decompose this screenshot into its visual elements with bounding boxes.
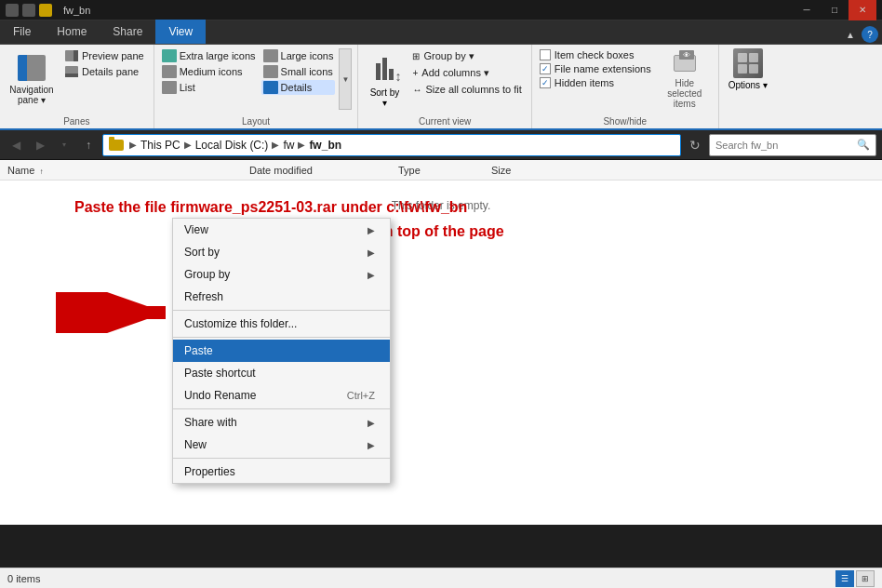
recent-locations-button[interactable]: ▾ [54,135,74,155]
refresh-button[interactable]: ↻ [685,135,705,155]
group-by-button[interactable]: ⊞ Group by ▾ [408,48,525,64]
view-options-col: ⊞ Group by ▾ + Add columns ▾ ↔ Size all … [408,48,525,97]
sort-icon-area: ↕ [368,52,401,86]
view-toggle: ☰ ⊞ [835,570,875,587]
ctx-sort-by[interactable]: Sort by ▶ [173,241,390,263]
ctx-refresh[interactable]: Refresh [173,286,390,308]
file-ext-label: File name extensions [555,63,651,74]
medium-icons-button[interactable]: Medium icons [160,64,258,79]
details-view-btn[interactable]: ☰ [835,570,854,587]
panes-col: Preview pane Details pane [61,48,148,79]
nav-pane-label: Navigationpane ▾ [9,85,53,105]
ribbon-section-show-hide: Item check boxes File name extensions Hi… [532,45,719,128]
ctx-paste[interactable]: Paste [173,340,390,362]
file-ext-toggle[interactable]: File name extensions [538,62,653,75]
title-bar-controls: ─ □ ✕ [793,0,876,20]
arrow-container [56,292,177,333]
large-icons-button[interactable]: Large icons [261,48,336,63]
path-local-disk[interactable]: Local Disk (C:) [195,139,269,152]
list-button[interactable]: List [160,80,258,95]
status-bar: 0 items ☰ ⊞ [0,568,882,588]
navigation-pane-button[interactable]: Navigationpane ▾ [6,48,58,110]
ribbon-section-panes: Navigationpane ▾ Preview pane Details pa… [0,45,154,128]
hidden-items-toggle[interactable]: Hidden items [538,76,653,89]
ribbon-section-layout: Extra large icons Medium icons List Larg… [154,45,359,128]
ctx-new[interactable]: New ▶ [173,434,390,456]
path-sep-2: ▶ [272,140,279,150]
small-icons-label: Small icons [281,66,333,77]
ctx-share-with[interactable]: Share with ▶ [173,411,390,434]
ribbon-help-btn[interactable]: ? [862,26,878,43]
item-checkboxes-toggle[interactable]: Item check boxes [538,48,653,61]
paste-arrow [56,292,177,333]
ribbon-section-options: Options ▾ [719,45,777,128]
up-button[interactable]: ↑ [78,135,99,155]
options-label: Options ▾ [728,80,768,90]
details-pane-button[interactable]: Details pane [61,64,148,79]
small-icons-button[interactable]: Small icons [261,64,336,79]
ribbon-collapse-btn[interactable]: ▲ [841,25,860,44]
item-count: 0 items [7,573,40,584]
layout-grid-left: Extra large icons Medium icons List [160,48,258,95]
search-input[interactable] [715,140,857,151]
path-fw-bn[interactable]: fw_bn [309,139,341,152]
file-ext-cb[interactable] [540,63,551,74]
options-content: Options ▾ [725,48,771,125]
size-columns-button[interactable]: ↔ Size all columns to fit [408,82,525,97]
tab-share[interactable]: Share [100,20,155,44]
ctx-view[interactable]: View ▶ [173,219,390,241]
address-path[interactable]: ▶ This PC ▶ Local Disk (C:) ▶ fw ▶ fw_bn [102,134,681,156]
ctx-customize[interactable]: Customize this folder... [173,313,390,335]
panes-section-label: Panes [6,116,148,127]
maximize-button[interactable]: □ [821,0,849,20]
minimize-button[interactable]: ─ [793,0,821,20]
forward-button[interactable]: ▶ [30,135,50,155]
col-header-date[interactable]: Date modified [249,165,398,176]
options-button[interactable]: Options ▾ [725,48,771,90]
col-header-size[interactable]: Size [491,165,566,176]
add-columns-button[interactable]: + Add columns ▾ [408,65,525,81]
ctx-group-by[interactable]: Group by ▶ [173,263,390,286]
path-sep-3: ▶ [298,140,305,150]
ctx-undo-rename[interactable]: Undo Rename Ctrl+Z [173,384,390,407]
options-icon [733,48,763,78]
tab-file[interactable]: File [0,20,44,44]
path-fw[interactable]: fw [283,139,294,152]
panes-content: Navigationpane ▾ Preview pane Details pa… [6,48,148,114]
title-bar-left: fw_bn [6,4,90,17]
details-pane-label: Details pane [82,66,139,77]
layout-content: Extra large icons Medium icons List Larg… [160,48,353,114]
preview-pane-label: Preview pane [82,50,144,61]
col-header-type[interactable]: Type [398,165,491,176]
ctx-properties[interactable]: Properties [173,461,390,483]
ctx-paste-shortcut[interactable]: Paste shortcut [173,362,390,384]
nav-pane-icon [17,53,47,83]
layout-dropdown-btn[interactable]: ▼ [339,48,352,110]
search-box[interactable]: 🔍 [709,134,876,156]
item-checkboxes-cb[interactable] [540,49,551,60]
path-sep-0: ▶ [129,140,137,150]
title-bar: fw_bn ─ □ ✕ [0,0,882,20]
hide-selected-button[interactable]: Hide selecteditems [657,78,713,109]
sort-by-button[interactable]: Sort by▾ [370,87,400,108]
tab-home[interactable]: Home [44,20,100,44]
close-button[interactable]: ✕ [849,0,876,20]
back-button[interactable]: ◀ [6,135,26,155]
hidden-items-cb[interactable] [540,77,551,88]
layout-section-label: Layout [160,116,353,127]
path-this-pc[interactable]: This PC [140,139,180,152]
ribbon-tabs: File Home Share View ▲ ? [0,20,882,45]
col-header-name[interactable]: Name ↑ [7,165,249,176]
ribbon-nav: ▲ ? [841,25,882,44]
title-icon-1 [6,4,19,17]
details-button[interactable]: Details [261,80,336,95]
large-icon-view-btn[interactable]: ⊞ [856,570,875,587]
ctx-sep-2 [173,337,390,338]
large-icons-label: Large icons [281,50,334,61]
add-columns-label: Add columns ▾ [421,67,489,79]
tab-view[interactable]: View [155,20,206,44]
extra-large-icons-button[interactable]: Extra large icons [160,48,258,63]
preview-pane-button[interactable]: Preview pane [61,48,148,63]
ctx-sep-1 [173,310,390,311]
title-icon-2 [22,4,35,17]
